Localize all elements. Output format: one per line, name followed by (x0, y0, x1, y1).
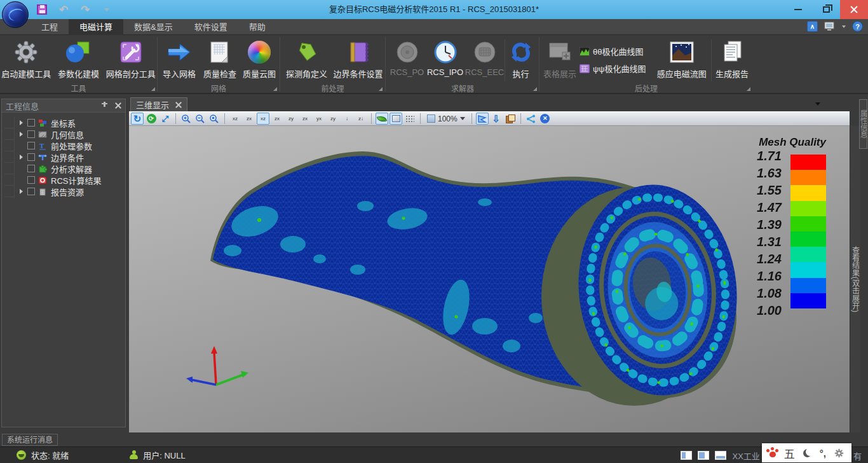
pan-zoom-button[interactable]: ⤢ (159, 113, 172, 125)
expand-icon[interactable] (20, 155, 23, 160)
view-iso1-button[interactable]: ↓ (341, 113, 353, 125)
panel-close-icon[interactable] (115, 102, 121, 109)
layout-bottom-icon[interactable] (715, 451, 726, 460)
parametric-modeling-button[interactable]: 参数化建模 (52, 37, 104, 83)
boundary-condition-button[interactable]: 边界条件设置 (332, 37, 384, 83)
collapse-ribbon-button[interactable]: ∧ (807, 21, 818, 32)
tree-item-geometry-info[interactable]: 几何信息 (2, 128, 125, 140)
quality-cloud-map-button[interactable]: 质量云图 (240, 37, 279, 83)
expand-icon[interactable] (20, 132, 23, 137)
tree-item-coordinate-system[interactable]: 坐标系 (2, 117, 125, 128)
tree-item-boundary-condition[interactable]: 边界条件 (2, 151, 125, 163)
tree-item-rcs-results[interactable]: RCS计算结果 (2, 174, 125, 186)
mesh-partition-tool-button[interactable]: 网格剖分工具 (105, 37, 157, 83)
psi-polarization-curve-button[interactable]: ψψ极化曲线图 (580, 62, 652, 74)
layout-split-icon[interactable] (698, 451, 709, 460)
undo-button[interactable]: ↶ (57, 3, 71, 17)
view-zx2-button[interactable]: zx (271, 113, 283, 125)
display-icon[interactable] (824, 22, 836, 32)
checkbox[interactable] (27, 142, 35, 149)
baidu-paw-icon[interactable] (770, 452, 776, 457)
tab-3d-display[interactable]: 三维显示 (130, 97, 187, 111)
viewport-3d[interactable]: Mesh Quality 1.71 1.63 1.55 1.47 1.39 1.… (129, 126, 850, 432)
view-iso2-button[interactable]: z↓ (355, 113, 367, 125)
rotate-view-button[interactable]: ↻ (131, 113, 144, 125)
system-messages-tab[interactable]: 系统运行消息 (2, 434, 58, 446)
wireframe-mode-button[interactable] (390, 113, 402, 125)
detection-angle-button[interactable]: 探测角定义 (281, 37, 332, 83)
tree-item-analysis-solver[interactable]: 分析求解器 (2, 163, 125, 174)
ime-mode[interactable]: 五 (784, 445, 795, 461)
expand-icon[interactable] (20, 189, 23, 194)
checkbox[interactable] (27, 176, 35, 184)
legend-value: 1.55 (737, 183, 782, 198)
ribbon-tab-row: 工程 电磁计算 数据&显示 软件设置 帮助 ∧ ? (0, 19, 868, 35)
group-expand-icon[interactable] (151, 87, 155, 91)
tab-engineering[interactable]: 工程 (31, 19, 69, 35)
checkbox[interactable] (27, 188, 35, 195)
checkbox[interactable] (27, 165, 35, 172)
expand-icon[interactable] (20, 120, 23, 125)
group-expand-icon[interactable] (747, 87, 750, 91)
import-mesh-button[interactable]: 导入网格 (158, 37, 200, 83)
rcs-ipo-button[interactable]: RCS_IPO (426, 37, 465, 83)
quality-check-button[interactable]: 质量检查 (200, 37, 240, 83)
generate-report-button[interactable]: 生成报告 (712, 37, 752, 83)
induced-current-map-button[interactable]: 感应电磁流图 (652, 37, 711, 83)
group-expand-icon[interactable] (533, 87, 537, 91)
flag-tool-button[interactable] (476, 113, 489, 125)
ime-settings-gear-icon[interactable] (834, 448, 844, 458)
display-dropdown-icon[interactable] (842, 25, 846, 28)
view-zx-button[interactable]: zx (243, 113, 255, 125)
drop-tool-button[interactable]: ⇩ (490, 113, 503, 125)
view-results-strip[interactable]: 查看结果(双击展开) (850, 126, 860, 432)
refresh-view-button[interactable]: ⟳ (145, 113, 158, 125)
execute-button[interactable]: 执行 (505, 37, 537, 83)
layout-left-icon[interactable] (681, 451, 692, 460)
tree-item-report-resources[interactable]: 报告资源 (2, 186, 125, 197)
view-zy2-button[interactable]: zy (327, 113, 339, 125)
legend-swatch (790, 201, 826, 216)
redo-button[interactable]: ↷ (78, 3, 92, 17)
tab-help[interactable]: 帮助 (238, 19, 276, 35)
theta-polarization-curve-button[interactable]: θθ极化曲线图 (580, 45, 652, 57)
copy-image-button[interactable] (504, 113, 517, 125)
moon-icon[interactable] (803, 449, 811, 457)
zoom-in-button[interactable] (180, 113, 193, 125)
view-xz2-button[interactable]: xz (257, 113, 269, 125)
checkbox[interactable] (27, 153, 35, 161)
points-mode-button[interactable] (403, 113, 416, 125)
tab-em-computation[interactable]: 电磁计算 (69, 19, 123, 35)
tab-list-dropdown-icon[interactable] (815, 102, 820, 106)
close-button[interactable] (840, 0, 868, 19)
tab-data-display[interactable]: 数据&显示 (123, 19, 184, 35)
group-expand-icon[interactable] (273, 87, 277, 91)
save-button[interactable] (35, 3, 49, 17)
help-button[interactable]: ? (852, 21, 863, 32)
ime-toolbar[interactable]: 五 °, (762, 443, 851, 462)
checkbox[interactable] (27, 119, 35, 127)
zoom-fit-button[interactable] (208, 113, 220, 125)
view-xz-button[interactable]: xz (229, 113, 241, 125)
view-zx3-button[interactable]: zx (299, 113, 311, 125)
quick-access-dropdown[interactable] (100, 3, 114, 17)
tree-item-preprocess-params[interactable]: T 前处理参数 (2, 140, 125, 151)
app-logo-icon[interactable] (2, 1, 29, 28)
pin-icon[interactable] (101, 102, 109, 109)
minimize-button[interactable] (784, 0, 812, 19)
launch-modeling-tool-button[interactable]: 启动建模工具 (0, 37, 52, 83)
share-flow-button[interactable] (525, 113, 538, 125)
zoom-out-button[interactable] (194, 113, 207, 125)
view-yx-button[interactable]: yx (313, 113, 325, 125)
group-expand-icon[interactable] (379, 87, 383, 91)
close-view-button[interactable]: ✕ (539, 113, 552, 125)
checkbox[interactable] (27, 130, 35, 138)
tab-close-icon[interactable] (175, 102, 182, 108)
tab-software-settings[interactable]: 软件设置 (184, 19, 238, 35)
restore-button[interactable] (812, 0, 840, 19)
zoom-level-select[interactable]: 100% (424, 113, 468, 125)
view-zy-button[interactable]: zy (285, 113, 297, 125)
property-info-tab[interactable]: 属性信息 (859, 99, 867, 149)
ime-punctuation[interactable]: °, (820, 448, 826, 459)
shaded-mode-button[interactable] (376, 113, 388, 125)
